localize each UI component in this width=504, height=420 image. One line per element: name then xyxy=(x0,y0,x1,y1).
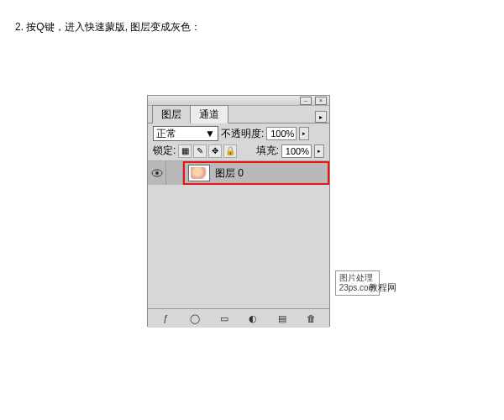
fill-input[interactable]: 100% xyxy=(281,144,312,158)
opacity-arrow-button[interactable]: ▸ xyxy=(299,127,309,140)
panel-menu-button[interactable]: ▸ xyxy=(315,111,327,123)
layers-list: 图层 0 xyxy=(148,160,329,308)
blend-mode-value: 正常 xyxy=(156,127,176,141)
opacity-input[interactable]: 100% xyxy=(266,127,297,140)
lock-brush-icon[interactable]: ✎ xyxy=(193,144,207,158)
new-layer-button[interactable]: ▤ xyxy=(275,312,290,325)
instruction-text: 2. 按Q键，进入快速蒙版, 图层变成灰色： xyxy=(15,20,201,34)
lock-icons: ▦ ✎ ✥ 🔒 xyxy=(178,144,237,158)
layers-panel: – × 图层 通道 ▸ 正常 ▼ 不透明度: 100% ▸ 锁定: ▦ ✎ ✥ … xyxy=(147,95,330,327)
panel-tabs: 图层 通道 ▸ xyxy=(148,106,329,123)
lock-label: 锁定: xyxy=(153,144,176,158)
fill-arrow-button[interactable]: ▸ xyxy=(314,144,324,158)
dropdown-icon: ▼ xyxy=(205,128,215,139)
mask-button[interactable]: ◯ xyxy=(187,312,202,325)
fx-button[interactable]: ƒ xyxy=(158,312,173,325)
delete-button[interactable]: 🗑 xyxy=(304,312,319,325)
layers-footer: ƒ ◯ ▭ ◐ ▤ 🗑 xyxy=(148,308,329,328)
selected-layer-highlight: 图层 0 xyxy=(183,161,329,185)
lock-move-icon[interactable]: ✥ xyxy=(208,144,222,158)
lock-all-icon[interactable]: 🔒 xyxy=(223,144,237,158)
adjustment-button[interactable]: ◐ xyxy=(245,312,260,325)
watermark-overlap: 教程网 xyxy=(369,281,396,294)
tab-channels[interactable]: 通道 xyxy=(190,105,228,123)
layer-thumbnail[interactable] xyxy=(188,165,210,181)
lock-transparent-icon[interactable]: ▦ xyxy=(178,144,192,158)
link-cell[interactable] xyxy=(166,161,183,185)
tab-layers[interactable]: 图层 xyxy=(152,105,191,123)
minimize-button[interactable]: – xyxy=(300,97,312,105)
visibility-toggle[interactable] xyxy=(148,161,166,185)
opacity-label: 不透明度: xyxy=(221,127,264,141)
layer-controls: 正常 ▼ 不透明度: 100% ▸ 锁定: ▦ ✎ ✥ 🔒 填充: 100% ▸ xyxy=(148,123,329,160)
blend-mode-select[interactable]: 正常 ▼ xyxy=(153,126,218,141)
fill-label: 填充: xyxy=(256,144,279,158)
close-button[interactable]: × xyxy=(315,97,327,105)
eye-icon xyxy=(151,169,163,177)
layer-name[interactable]: 图层 0 xyxy=(215,166,244,181)
folder-button[interactable]: ▭ xyxy=(217,312,232,325)
svg-point-1 xyxy=(155,171,159,175)
layer-row[interactable]: 图层 0 xyxy=(148,161,329,185)
